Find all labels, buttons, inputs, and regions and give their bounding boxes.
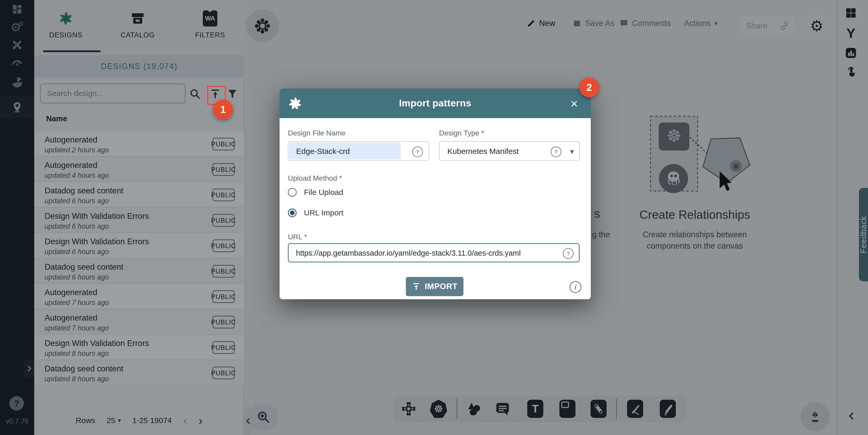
caret-down-icon: ▾ xyxy=(570,147,574,156)
design-file-name-field[interactable]: Edge-Stack-crd ? xyxy=(288,141,429,161)
info-icon[interactable]: i xyxy=(569,281,582,293)
upload-icon xyxy=(412,282,421,291)
url-help-icon[interactable]: ? xyxy=(563,248,574,259)
import-button-label: IMPORT xyxy=(425,282,458,291)
modal-title: Import patterns xyxy=(280,88,591,118)
design-type-help-icon[interactable]: ? xyxy=(551,146,561,157)
modal-close-button[interactable]: × xyxy=(567,96,582,111)
step1-badge: 1 xyxy=(213,100,233,119)
radio-unselected-icon xyxy=(288,188,297,197)
upload-method-label: Upload Method * xyxy=(288,174,342,182)
url-field[interactable]: https://app.getambassador.io/yaml/edge-s… xyxy=(288,243,580,262)
import-patterns-modal: Import patterns × Design File Name Edge-… xyxy=(280,88,591,299)
design-file-name-value: Edge-Stack-crd xyxy=(296,147,350,156)
meshery-logo-icon xyxy=(287,96,303,111)
design-type-value: Kubernetes Manifest xyxy=(447,147,519,156)
radio-file-upload-label: File Upload xyxy=(304,188,343,197)
radio-url-import-label: URL Import xyxy=(304,208,343,217)
radio-file-upload[interactable]: File Upload xyxy=(288,186,343,198)
close-icon: × xyxy=(570,96,578,111)
design-file-name-label: Design File Name xyxy=(288,129,346,137)
radio-url-import[interactable]: URL Import xyxy=(288,207,343,219)
import-button[interactable]: IMPORT xyxy=(406,277,463,296)
design-file-name-help-icon[interactable]: ? xyxy=(412,146,423,157)
step2-badge: 2 xyxy=(579,78,599,97)
design-type-label: Design Type * xyxy=(439,129,484,137)
url-label: URL * xyxy=(288,233,307,241)
design-type-select[interactable]: Kubernetes Manifest ? ▾ xyxy=(439,141,580,161)
radio-selected-icon xyxy=(288,208,297,217)
url-value: https://app.getambassador.io/yaml/edge-s… xyxy=(296,249,521,258)
